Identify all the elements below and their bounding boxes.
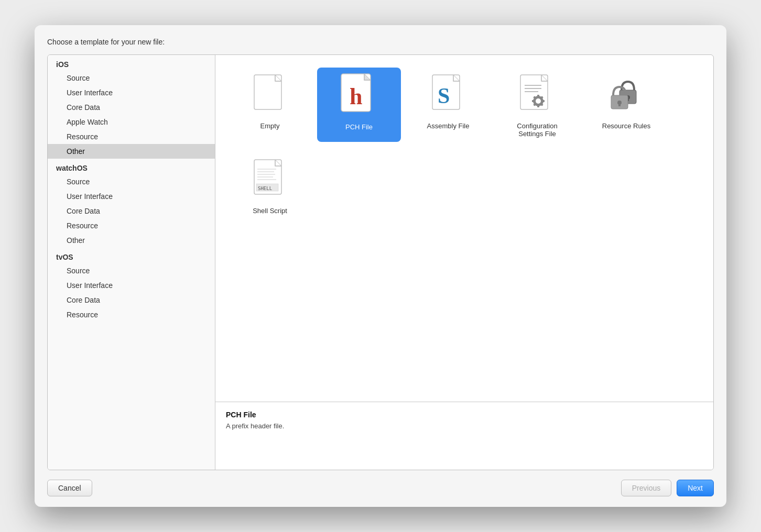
description-title: PCH File [226, 411, 703, 419]
config-file-label: ConfigurationSettings File [517, 122, 557, 138]
file-grid-area: Empty h [215, 55, 713, 402]
sidebar-item-watchos-other[interactable]: Other [48, 233, 215, 248]
dialog-content: iOS Source User Interface Core Data Appl… [47, 54, 714, 470]
config-file-icon [516, 72, 558, 119]
assembly-file-icon: S [427, 72, 469, 119]
sidebar-group-watchos: watchOS [48, 159, 215, 174]
svg-rect-14 [542, 100, 545, 102]
resource-rules-label: Resource Rules [602, 122, 651, 130]
file-item-config[interactable]: ConfigurationSettings File [495, 68, 579, 142]
sidebar-item-ios-source[interactable]: Source [48, 71, 215, 85]
svg-text:S: S [438, 84, 450, 108]
sidebar-item-ios-other[interactable]: Other [48, 144, 215, 159]
file-item-pch[interactable]: h PCH File [317, 68, 401, 142]
sidebar-item-ios-userinterface[interactable]: User Interface [48, 85, 215, 100]
sidebar-item-ios-coredata[interactable]: Core Data [48, 100, 215, 115]
sidebar-item-tvos-resource[interactable]: Resource [48, 307, 215, 322]
shell-file-label: Shell Script [253, 207, 287, 215]
svg-point-10 [536, 98, 541, 104]
file-grid: Empty h [228, 68, 701, 219]
sidebar-item-ios-resource[interactable]: Resource [48, 129, 215, 144]
sidebar-item-ios-applewatch[interactable]: Apple Watch [48, 115, 215, 129]
assembly-file-label: Assembly File [427, 122, 470, 130]
svg-rect-24 [618, 103, 621, 106]
empty-file-icon [249, 72, 291, 119]
pch-file-icon: h [338, 72, 380, 119]
file-item-resource-rules[interactable]: Resource Rules [584, 68, 668, 142]
file-item-empty[interactable]: Empty [228, 68, 312, 142]
sidebar-item-watchos-coredata[interactable]: Core Data [48, 204, 215, 218]
svg-rect-12 [537, 105, 539, 107]
next-button[interactable]: Next [677, 480, 714, 496]
sidebar-item-watchos-source[interactable]: Source [48, 174, 215, 189]
svg-text:h: h [350, 84, 362, 109]
svg-rect-13 [532, 100, 535, 102]
dialog-title: Choose a template for your new file: [47, 38, 714, 46]
empty-file-label: Empty [260, 122, 280, 130]
bottom-bar: Cancel Previous Next [47, 480, 714, 496]
sidebar-item-watchos-userinterface[interactable]: User Interface [48, 189, 215, 204]
description-area: PCH File A prefix header file. [215, 402, 713, 470]
sidebar-item-tvos-source[interactable]: Source [48, 263, 215, 278]
cancel-button[interactable]: Cancel [47, 480, 92, 496]
sidebar: iOS Source User Interface Core Data Appl… [48, 55, 215, 470]
svg-text:SHELL: SHELL [258, 186, 272, 191]
dialog: Choose a template for your new file: iOS… [35, 25, 726, 507]
sidebar-group-ios: iOS [48, 55, 215, 71]
btn-group-right: Previous Next [621, 480, 714, 496]
shell-file-icon: SHELL [249, 157, 291, 204]
resource-rules-icon [605, 72, 647, 119]
sidebar-item-tvos-userinterface[interactable]: User Interface [48, 278, 215, 293]
sidebar-item-watchos-resource[interactable]: Resource [48, 218, 215, 233]
svg-rect-11 [537, 95, 539, 97]
pch-file-label: PCH File [341, 122, 377, 132]
file-item-shell[interactable]: SHELL Shell Script [228, 152, 312, 219]
description-text: A prefix header file. [226, 422, 703, 430]
sidebar-item-tvos-coredata[interactable]: Core Data [48, 293, 215, 307]
main-content: Empty h [215, 55, 713, 470]
file-item-assembly[interactable]: S Assembly File [406, 68, 490, 142]
sidebar-group-tvos: tvOS [48, 248, 215, 263]
previous-button[interactable]: Previous [621, 480, 671, 496]
